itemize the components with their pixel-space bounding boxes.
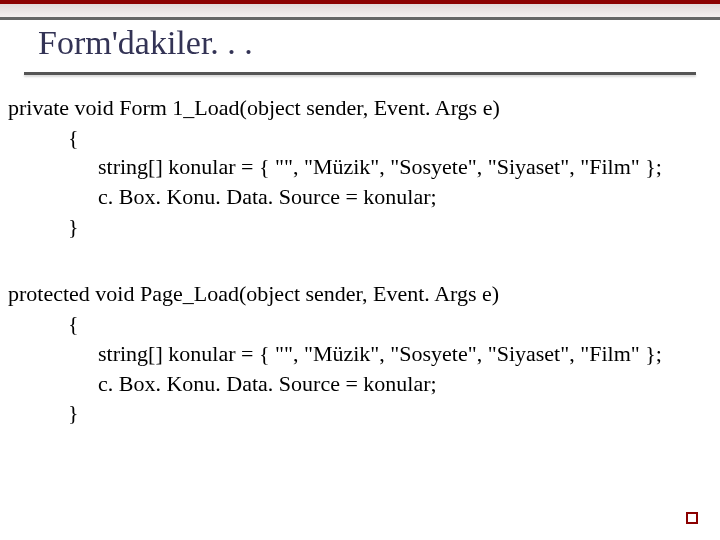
code-line: string[] konular = { "", "Müzik", "Sosye… <box>8 152 712 182</box>
code-block-page-load: protected void Page_Load(object sender, … <box>8 279 712 427</box>
code-block-form-load: private void Form 1_Load(object sender, … <box>8 93 712 241</box>
code-line: string[] konular = { "", "Müzik", "Sosye… <box>8 339 712 369</box>
content-area: private void Form 1_Load(object sender, … <box>0 75 720 428</box>
code-line: } <box>8 398 712 428</box>
slide-title: Form'dakiler. . . <box>0 20 720 72</box>
code-line: } <box>8 212 712 242</box>
code-line: protected void Page_Load(object sender, … <box>8 279 712 309</box>
footer-square-icon <box>686 512 698 524</box>
code-line: c. Box. Konu. Data. Source = konular; <box>8 182 712 212</box>
code-line: c. Box. Konu. Data. Source = konular; <box>8 369 712 399</box>
header-shadow-bar <box>0 4 720 20</box>
code-line: private void Form 1_Load(object sender, … <box>8 93 712 123</box>
code-line: { <box>8 123 712 153</box>
code-line: { <box>8 309 712 339</box>
